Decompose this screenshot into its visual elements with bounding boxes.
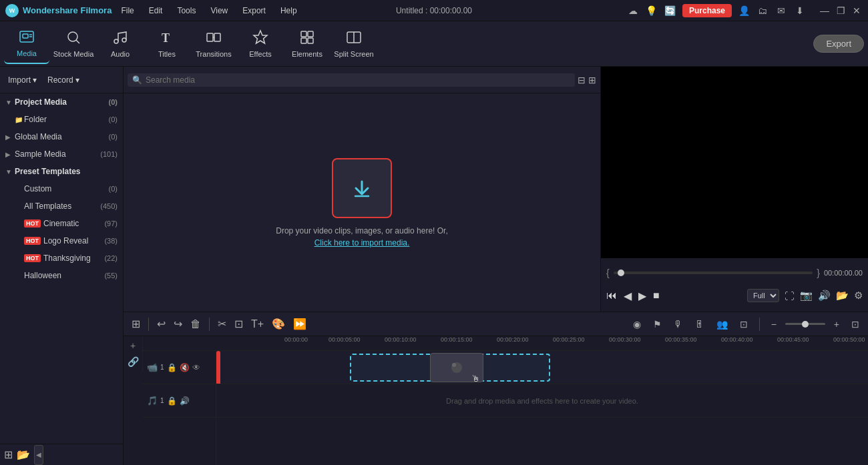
toolbar-effects[interactable]: Effects: [238, 24, 283, 64]
collab-icon[interactable]: 👥: [713, 317, 731, 332]
filter-icon[interactable]: ⊟: [578, 75, 586, 85]
media-search-toolbar: 🔍 ⊟ ⊞: [124, 67, 600, 93]
cut-button[interactable]: ✂: [215, 316, 229, 332]
import-link[interactable]: Click here to import media.: [314, 238, 410, 248]
elements-label: Elements: [292, 50, 322, 58]
sidebar-item-global-media[interactable]: ▶ Global Media (0): [0, 128, 123, 145]
sidebar-item-thanksgiving[interactable]: ▶ HOT Thanksgiving (22): [0, 250, 123, 267]
snap-icon[interactable]: ⊞: [129, 316, 143, 332]
mail-icon[interactable]: ✉: [775, 4, 788, 17]
tree-count: (97): [104, 219, 118, 227]
progress-bar[interactable]: [614, 272, 813, 274]
settings-button[interactable]: ⚙: [854, 290, 863, 302]
play-button[interactable]: ▶: [638, 290, 646, 302]
drop-text: Drop your video clips, images, or audio …: [276, 226, 447, 248]
bulb-icon[interactable]: 💡: [645, 4, 658, 17]
timeline-area: ⊞ ↩ ↪ 🗑 ✂ ⊡ T+ 🎨 ⏩ ◉ ⚑ 🎙 🎚 👥 ⊡: [124, 312, 868, 465]
add-folder-icon[interactable]: ⊞: [4, 448, 13, 461]
lock-icon[interactable]: 🔒: [167, 396, 177, 406]
search-input[interactable]: [146, 75, 570, 85]
snapshot-button[interactable]: 📷: [800, 290, 813, 302]
zoom-slider[interactable]: [785, 323, 825, 325]
delete-button[interactable]: 🗑: [188, 317, 204, 332]
svg-rect-17: [308, 38, 313, 43]
close-button[interactable]: ✕: [851, 5, 863, 17]
maximize-button[interactable]: ❐: [835, 5, 847, 17]
fullscreen-button[interactable]: ⛶: [785, 290, 795, 302]
audio-mute-icon[interactable]: 🔇: [180, 363, 190, 372]
sidebar-item-folder[interactable]: 📁 Folder (0): [0, 111, 123, 128]
toolbar-stock-media[interactable]: Stock Media: [51, 24, 96, 64]
folder-open-icon[interactable]: 📂: [17, 448, 30, 461]
toolbar-audio[interactable]: Audio: [97, 24, 143, 64]
timeline-left-icons: + 🔗: [124, 336, 143, 371]
sidebar-item-project-media[interactable]: ▼ Project Media (0): [0, 93, 123, 111]
grid-icon[interactable]: ⊞: [588, 75, 596, 85]
motion-track-icon[interactable]: ◉: [630, 317, 644, 332]
add-track-icon[interactable]: +: [126, 339, 140, 352]
go-to-start-button[interactable]: ⏮: [606, 290, 617, 302]
sync-icon[interactable]: 🔄: [664, 4, 677, 17]
media-drop-area: 🔍 ⊟ ⊞: [124, 67, 601, 312]
menu-tools[interactable]: Tools: [174, 5, 198, 17]
redo-button[interactable]: ↪: [171, 316, 185, 332]
crop-button[interactable]: ⊡: [232, 316, 246, 332]
svg-point-6: [68, 32, 77, 41]
export-button[interactable]: Export: [813, 35, 864, 53]
fit-to-window-button[interactable]: ⊡: [848, 317, 863, 332]
record-button[interactable]: Record ▾: [43, 73, 83, 87]
lock-icon[interactable]: 🔒: [167, 363, 177, 372]
menu-view[interactable]: View: [208, 5, 230, 17]
collapse-panel-button[interactable]: ◀: [34, 445, 43, 465]
svg-text:T: T: [162, 31, 170, 45]
toolbar-transitions[interactable]: Transitions: [191, 24, 236, 64]
ai-scene-icon[interactable]: ⚑: [650, 317, 665, 332]
sidebar-item-preset-templates[interactable]: ▼ Preset Templates: [0, 163, 123, 180]
svg-rect-14: [301, 31, 306, 37]
sidebar-item-custom[interactable]: ▶ Custom (0): [0, 180, 123, 197]
out-point-button[interactable]: }: [817, 268, 820, 278]
text-button[interactable]: T+: [248, 317, 266, 332]
toolbar-elements[interactable]: Elements: [284, 24, 330, 64]
profile-icon[interactable]: 👤: [737, 4, 750, 17]
menu-edit[interactable]: Edit: [146, 5, 166, 17]
picture-in-picture-icon[interactable]: ⊡: [736, 317, 751, 332]
cloud-icon[interactable]: ☁: [626, 4, 640, 17]
purchase-button[interactable]: Purchase: [682, 4, 732, 17]
download-icon[interactable]: ⬇: [793, 4, 807, 17]
minimize-button[interactable]: —: [819, 5, 831, 17]
toolbar: Media Stock Media Audio T Titles Transit…: [0, 21, 868, 67]
play-backward-button[interactable]: ◀: [624, 290, 632, 302]
zoom-out-button[interactable]: −: [768, 317, 780, 332]
speed-button[interactable]: ⏩: [290, 316, 309, 332]
audio-mix-icon[interactable]: 🎚: [692, 317, 708, 332]
save-frame-button[interactable]: 📂: [836, 290, 849, 302]
zoom-in-button[interactable]: +: [831, 317, 843, 332]
link-icon[interactable]: 🔗: [126, 355, 140, 368]
preview-progress-bar: { } 00:00:00.00: [606, 268, 863, 278]
timeline-right-tools: ◉ ⚑ 🎙 🎚 👥 ⊡ − + ⊡: [630, 317, 863, 332]
sidebar-item-sample-media[interactable]: ▶ Sample Media (101): [0, 145, 123, 163]
media-library-icon[interactable]: 🗂: [756, 4, 769, 17]
in-point-button[interactable]: {: [606, 268, 610, 278]
toolbar-titles[interactable]: T Titles: [144, 24, 190, 64]
import-button[interactable]: Import ▾: [4, 73, 41, 87]
menu-file[interactable]: File: [118, 5, 136, 17]
sidebar-item-halloween[interactable]: ▶ Halloween (55): [0, 267, 123, 284]
quality-select[interactable]: Full: [747, 289, 779, 302]
menu-export[interactable]: Export: [240, 5, 268, 17]
sidebar-item-cinematic[interactable]: ▶ HOT Cinematic (97): [0, 215, 123, 232]
drop-zone[interactable]: Drop your video clips, images, or audio …: [124, 93, 600, 312]
toolbar-split-screen[interactable]: Split Screen: [331, 24, 377, 64]
toolbar-media[interactable]: Media: [4, 24, 49, 64]
sidebar-item-all-templates[interactable]: ▶ All Templates (450): [0, 197, 123, 215]
eye-icon[interactable]: 👁: [192, 363, 200, 372]
undo-button[interactable]: ↩: [154, 316, 168, 332]
color-button[interactable]: 🎨: [269, 316, 288, 332]
menu-help[interactable]: Help: [278, 5, 300, 17]
volume-button[interactable]: 🔊: [818, 290, 831, 302]
stop-button[interactable]: ■: [653, 290, 660, 302]
sidebar-item-logo-reveal[interactable]: ▶ HOT Logo Reveal (38): [0, 232, 123, 250]
audio-volume-icon[interactable]: 🔊: [180, 396, 190, 406]
audio-track-icon[interactable]: 🎙: [670, 317, 686, 332]
